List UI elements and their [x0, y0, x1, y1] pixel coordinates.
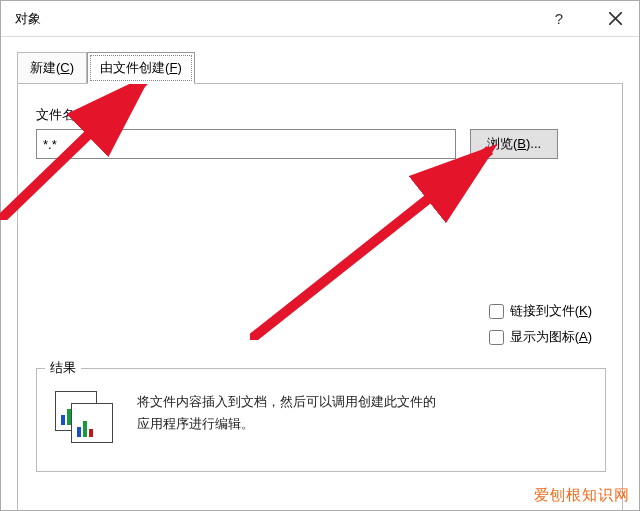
display-as-icon-row[interactable]: 显示为图标(A)	[489, 328, 592, 346]
filename-row: 浏览(B)...	[36, 129, 604, 159]
dialog-title: 对象	[15, 10, 41, 28]
object-dialog: 对象 ? 新建(C) 由文件创建(F) 文件名(N) 浏览(B)...	[0, 0, 640, 511]
options-group: 链接到文件(K) 显示为图标(A)	[489, 302, 592, 346]
titlebar-controls: ?	[543, 5, 631, 33]
result-fieldset: 结果 将文件内容插入到文档，然后可以调用创建此文件的应用程序进行编辑。	[36, 368, 606, 472]
result-inner: 将文件内容插入到文档，然后可以调用创建此文件的应用程序进行编辑。	[55, 391, 587, 443]
link-to-file-checkbox[interactable]	[489, 304, 504, 319]
document-chart-icon	[55, 391, 119, 443]
help-button[interactable]: ?	[543, 5, 575, 33]
tab-strip: 新建(C) 由文件创建(F)	[17, 51, 623, 83]
tab-from-file-accel: F	[169, 60, 177, 75]
filename-input[interactable]	[36, 129, 456, 159]
display-as-icon-checkbox[interactable]	[489, 330, 504, 345]
result-group: 结果 将文件内容插入到文档，然后可以调用创建此文件的应用程序进行编辑。	[36, 368, 606, 472]
link-to-file-label: 链接到文件(K)	[510, 302, 592, 320]
tab-new[interactable]: 新建(C)	[17, 52, 87, 84]
filename-label: 文件名(N)	[36, 106, 604, 124]
tab-new-label: 新建	[30, 60, 56, 75]
close-icon	[609, 12, 622, 25]
dialog-body: 新建(C) 由文件创建(F) 文件名(N) 浏览(B)... 链接到文件	[1, 37, 639, 511]
tab-from-file-label: 由文件创建	[100, 60, 165, 75]
display-as-icon-label: 显示为图标(A)	[510, 328, 592, 346]
titlebar: 对象 ?	[1, 1, 639, 37]
result-legend: 结果	[45, 359, 81, 377]
result-description: 将文件内容插入到文档，然后可以调用创建此文件的应用程序进行编辑。	[137, 391, 447, 435]
close-button[interactable]	[599, 5, 631, 33]
watermark: 爱刨根知识网	[534, 486, 630, 505]
browse-button[interactable]: 浏览(B)...	[470, 129, 558, 159]
tab-panel: 文件名(N) 浏览(B)... 链接到文件(K) 显示为	[17, 83, 623, 511]
link-to-file-row[interactable]: 链接到文件(K)	[489, 302, 592, 320]
tab-from-file[interactable]: 由文件创建(F)	[87, 52, 195, 84]
tab-new-accel: C	[60, 60, 69, 75]
